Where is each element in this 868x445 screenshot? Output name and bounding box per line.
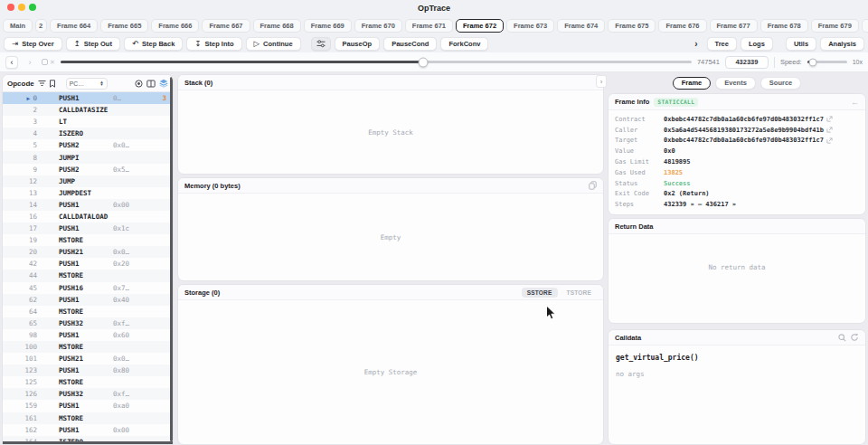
step-back-button[interactable]: ↶Step Back bbox=[124, 37, 183, 51]
external-link-icon[interactable] bbox=[826, 127, 833, 133]
search-calldata-button[interactable] bbox=[838, 334, 846, 342]
tab-frame-670[interactable]: Frame 670 bbox=[354, 19, 402, 33]
opcode-row[interactable]: 19MSTORE bbox=[3, 234, 173, 246]
opcode-row[interactable]: 9PUSH20x5… bbox=[3, 164, 173, 175]
tab-partial-left[interactable]: 2 bbox=[35, 19, 47, 33]
tab-frame-665[interactable]: Frame 665 bbox=[100, 19, 148, 33]
tab-frame-679[interactable]: Frame 679 bbox=[811, 19, 859, 33]
opcode-row[interactable]: 62PUSH10x40 bbox=[3, 294, 173, 306]
pause-cond-button[interactable]: PauseCond bbox=[383, 37, 437, 51]
bookmark-icon[interactable] bbox=[49, 80, 56, 88]
tab-frame-672[interactable]: Frame 672 bbox=[456, 19, 504, 33]
tab-frame-671[interactable]: Frame 671 bbox=[405, 19, 453, 33]
opcode-row[interactable]: 2CALLDATASIZE bbox=[3, 104, 173, 116]
opcode-row[interactable]: 101PUSH210x0… bbox=[3, 353, 173, 365]
opcode-row[interactable]: 100MSTORE bbox=[3, 341, 173, 353]
tab-frame-667[interactable]: Frame 667 bbox=[202, 19, 250, 33]
tab-frame-675[interactable]: Frame 675 bbox=[608, 19, 656, 33]
opcode-row[interactable]: 44MSTORE bbox=[3, 270, 173, 281]
opcode-vertical-scrollbar[interactable] bbox=[170, 77, 173, 441]
copy-memory-button[interactable] bbox=[589, 181, 597, 190]
opcode-row[interactable]: 5PUSH20x0… bbox=[3, 139, 173, 151]
speed-slider-thumb[interactable] bbox=[808, 58, 816, 66]
analysis-button[interactable]: Analysis bbox=[820, 37, 864, 51]
opcode-row[interactable]: 162PUSH10x00 bbox=[3, 424, 173, 436]
tab-frame-668[interactable]: Frame 668 bbox=[253, 19, 301, 33]
layers-icon[interactable] bbox=[159, 79, 168, 88]
back-arrow-icon[interactable]: ← bbox=[851, 98, 859, 107]
title-bar: OpTrace bbox=[0, 0, 868, 16]
pc-mode-select[interactable]: PC… ▲▼ bbox=[66, 78, 108, 90]
sstore-toggle[interactable]: SSTORE bbox=[522, 288, 558, 298]
opcode-row[interactable]: 13JUMPDEST bbox=[3, 187, 173, 199]
trace-position-slider[interactable] bbox=[61, 61, 692, 63]
opcode-pc-cell: 159 bbox=[3, 402, 37, 410]
opcode-row[interactable]: 3LT bbox=[3, 116, 173, 128]
external-link-icon[interactable] bbox=[826, 116, 833, 122]
tree-button[interactable]: Tree bbox=[707, 37, 737, 51]
speed-slider[interactable] bbox=[807, 61, 847, 63]
opcode-row[interactable]: 8JUMPI bbox=[3, 151, 173, 163]
opcode-row[interactable]: 126PUSH320xf… bbox=[3, 388, 173, 400]
current-step-input[interactable] bbox=[725, 56, 769, 69]
opcode-row[interactable]: 4ISZERO bbox=[3, 128, 173, 139]
tab-frame-678[interactable]: Frame 678 bbox=[760, 19, 808, 33]
logs-button[interactable]: Logs bbox=[741, 37, 773, 51]
opcode-row[interactable]: 123PUSH10x80 bbox=[3, 365, 173, 376]
slider-thumb[interactable] bbox=[419, 57, 429, 67]
opcode-name: CALLDATASIZE bbox=[59, 106, 113, 114]
tab-source[interactable]: Source bbox=[760, 77, 801, 90]
record-icon[interactable] bbox=[135, 80, 143, 88]
external-link-icon[interactable] bbox=[826, 137, 833, 144]
close-window-button[interactable] bbox=[7, 4, 14, 11]
opcode-row[interactable]: 159PUSH10xa0 bbox=[3, 400, 173, 412]
opcode-row[interactable]: 65PUSH320xf… bbox=[3, 317, 173, 329]
opcode-horizontal-scrollbar[interactable] bbox=[3, 441, 173, 444]
window-controls[interactable] bbox=[7, 4, 36, 11]
maximize-window-button[interactable] bbox=[29, 4, 36, 11]
minimize-window-button[interactable] bbox=[18, 4, 25, 11]
tab-frame-664[interactable]: Frame 664 bbox=[50, 19, 98, 33]
next-step-button[interactable]: › bbox=[24, 56, 36, 69]
opcode-row[interactable]: 20PUSH210x0… bbox=[3, 246, 173, 258]
collapse-toolbar-button[interactable]: › bbox=[689, 37, 703, 51]
tab-events[interactable]: Events bbox=[715, 77, 756, 90]
opcode-row[interactable]: 98PUSH10x60 bbox=[3, 329, 173, 341]
tab-frame-677[interactable]: Frame 677 bbox=[710, 19, 758, 33]
filter-icon[interactable] bbox=[38, 80, 46, 87]
tab-frame-669[interactable]: Frame 669 bbox=[304, 19, 352, 33]
clear-marker-control[interactable]: ✕ bbox=[42, 59, 55, 66]
step-out-button[interactable]: ↥Step Out bbox=[66, 37, 120, 51]
tab-main[interactable]: Main bbox=[3, 19, 33, 33]
tab-frame-674[interactable]: Frame 674 bbox=[557, 19, 605, 33]
step-into-button[interactable]: ↧Step Into bbox=[186, 37, 241, 51]
opcode-row[interactable]: 42PUSH10x20 bbox=[3, 258, 173, 270]
opcode-row[interactable]: 16CALLDATALOAD bbox=[3, 211, 173, 222]
opcode-pc: 4 bbox=[33, 129, 37, 137]
tstore-toggle[interactable]: TSTORE bbox=[561, 288, 597, 298]
opcode-row[interactable]: 64MSTORE bbox=[3, 306, 173, 317]
pause-op-button[interactable]: PauseOp bbox=[335, 37, 381, 51]
prev-step-button[interactable]: ‹ bbox=[5, 56, 18, 69]
opcode-row[interactable]: 45PUSH160x7… bbox=[3, 282, 173, 294]
tab-frame-673[interactable]: Frame 673 bbox=[506, 19, 554, 33]
opcode-row[interactable]: 161MSTORE bbox=[3, 412, 173, 424]
tab-frame-666[interactable]: Frame 666 bbox=[151, 19, 199, 33]
tab-frame-680[interactable]: Frame 680 bbox=[862, 19, 868, 33]
opcode-row[interactable]: 17PUSH10x1c bbox=[3, 222, 173, 234]
book-icon[interactable] bbox=[146, 80, 156, 88]
opcode-row[interactable]: 14PUSH10x00 bbox=[3, 199, 173, 211]
collapse-panel-chevron[interactable]: › bbox=[596, 75, 607, 88]
opcode-operand: 0x60 bbox=[113, 331, 129, 339]
refresh-calldata-button[interactable] bbox=[850, 333, 859, 342]
tab-frame-676[interactable]: Frame 676 bbox=[658, 19, 706, 33]
trace-settings-button[interactable] bbox=[311, 37, 331, 51]
utils-button[interactable]: Utils bbox=[786, 37, 816, 51]
continue-button[interactable]: ▷Continue bbox=[246, 37, 301, 51]
opcode-row[interactable]: ▶0PUSH10…3 bbox=[3, 92, 173, 104]
fork-conv-button[interactable]: ForkConv bbox=[440, 37, 488, 51]
opcode-row[interactable]: 12JUMP bbox=[3, 175, 173, 187]
tab-frame[interactable]: Frame bbox=[673, 77, 712, 90]
opcode-row[interactable]: 125MSTORE bbox=[3, 376, 173, 388]
step-over-button[interactable]: ⇥Step Over bbox=[4, 37, 62, 51]
